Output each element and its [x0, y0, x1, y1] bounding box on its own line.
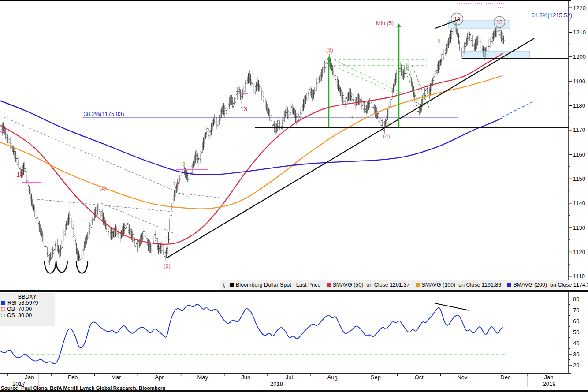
y-axis-tick-label: 1160 — [573, 151, 585, 158]
y-axis-tick-label: 1220 — [573, 5, 586, 11]
demark-9: 9 — [182, 161, 185, 167]
cup-bottom-mark — [45, 262, 56, 273]
os-value-label: OS 30.00 — [7, 312, 32, 318]
y-axis-tick-label: 1210 — [573, 29, 586, 36]
green-dashed-pattern-line — [334, 66, 400, 95]
wave-3: (3) — [326, 46, 333, 53]
x-axis-month-label: May — [197, 374, 208, 381]
demark-13: 13 — [16, 171, 23, 178]
wave-5-min: Min (5) — [376, 20, 394, 26]
y-axis-tick-label: 1180 — [573, 102, 585, 109]
demark-13: 13 — [240, 105, 247, 112]
demark-13-circled: 13 — [454, 16, 460, 22]
legend-item-last-price[interactable]: Bloomberg Dollar Spot - Last Price — [230, 282, 320, 288]
y-axis-tick-label: 1130 — [573, 224, 585, 231]
x-axis-month-label: Dec — [500, 374, 511, 381]
uptrend-line — [167, 38, 534, 258]
rsi-axis-tick-label: 70 — [573, 307, 579, 314]
x-axis-month-label: Aug — [327, 374, 338, 381]
rsi-axis-tick-label: 50 — [573, 329, 579, 336]
rsi-swatch-icon — [1, 301, 5, 305]
x-axis-month-label: Mar — [111, 374, 121, 381]
main-chart-legend: Bloomberg Dollar Spot - Last Price SMAVG… — [220, 280, 569, 290]
ob-legend-item[interactable]: OB 70.00 — [1, 306, 53, 312]
green-dashed-pattern-line — [334, 60, 403, 94]
wave-4: (4) — [383, 133, 390, 139]
y-axis-tick-label: 1170 — [573, 127, 585, 133]
legend-item-smavg50[interactable]: SMAVG (50) on Close 1201.37 — [327, 282, 409, 288]
rsi-legend-box: BBDXY RSI 53.5979 OB 70.00 OS 30.00 — [0, 293, 55, 326]
sma200-dashed-extension — [502, 101, 535, 117]
demark-9: 9 — [386, 122, 389, 127]
fib-618-label: 61.8%(1215.52) — [531, 12, 572, 19]
green-dashed-pattern-line — [412, 66, 429, 108]
rsi-axis-tick-label: 20 — [573, 362, 579, 369]
x-axis-month-label: Jan — [25, 374, 34, 381]
x-axis-month-label: Apr — [155, 374, 164, 381]
sma200-line — [0, 101, 502, 175]
pin-icon — [223, 283, 224, 287]
rsi-legend-item[interactable]: RSI 53.5979 — [1, 300, 53, 306]
rsi-axis-tick-label: 60 — [573, 318, 579, 325]
y-axis-tick-label: 1190 — [573, 78, 585, 85]
cup-bottom-mark — [76, 262, 88, 273]
legend-label: Bloomberg Dollar Spot - Last Price — [236, 282, 320, 288]
wave-2: (2) — [164, 262, 171, 269]
y-axis-tick-label: 1150 — [573, 175, 585, 182]
legend-label: SMAVG (200) on Close 1174.38 — [513, 282, 588, 288]
gray-dashed-trendline — [37, 199, 173, 212]
legend-item-smavg100[interactable]: SMAVG (100) on Close 1191.86 — [416, 282, 501, 288]
x-axis-month-label: Sep — [371, 374, 381, 381]
panel-divider — [0, 290, 588, 292]
rsi-line — [0, 304, 503, 364]
bloomberg-chart-window: 1313131313999999(1)(2)(3)(4)Min (5)61.8%… — [0, 0, 588, 392]
sma100-line — [0, 76, 502, 209]
x-axis-year-label: 2019 — [543, 381, 556, 387]
demark-9: 9 — [438, 38, 440, 44]
y-axis-tick-label: 1200 — [573, 53, 586, 60]
price-chart-canvas[interactable]: 1313131313999999(1)(2)(3)(4)Min (5)61.8%… — [0, 0, 588, 392]
y-axis-tick-label: 1110 — [573, 273, 585, 280]
sma50-line — [0, 53, 502, 244]
demark-9: 9 — [406, 67, 409, 72]
x-axis-month-label: Feb — [68, 374, 78, 381]
y-axis-tick-label: 1140 — [573, 200, 585, 206]
smavg50-swatch-icon — [327, 283, 331, 287]
x-axis-month-label: Jun — [241, 374, 250, 381]
x-axis-month-label: Nov — [457, 374, 468, 381]
last-price-swatch-icon — [230, 283, 234, 287]
rsi-axis-tick-label: 30 — [573, 351, 579, 358]
ob-value-label: OB 70.00 — [7, 306, 32, 312]
oversold-swatch-icon — [1, 314, 5, 317]
demark-13-circled: 13 — [496, 19, 502, 26]
source-attribution: Source: Paul Ciana, BofA Merrill Lynch G… — [1, 385, 166, 391]
x-axis-month-label: Jul — [286, 374, 293, 381]
y-axis-tick-label: 1120 — [573, 249, 585, 255]
smavg100-swatch-icon — [416, 283, 420, 287]
wave-1: (1) — [99, 184, 106, 191]
rsi-value-label: RSI 53.5979 — [7, 300, 38, 306]
legend-item-smavg200[interactable]: SMAVG (200) on Close 1174.38 — [507, 282, 588, 288]
rsi-axis-tick-label: 40 — [573, 340, 579, 347]
fib-382-label: 38.2%(1175.03) — [84, 111, 124, 117]
x-axis-year-label: 2018 — [270, 381, 283, 387]
x-axis-month-label: Oct — [414, 374, 424, 381]
overbought-swatch-icon — [1, 307, 5, 311]
demark-13: 13 — [173, 180, 180, 187]
legend-label: SMAVG (100) on Close 1191.86 — [421, 282, 501, 288]
price-ohlc-bars — [0, 20, 504, 265]
cup-bottom-mark — [56, 261, 67, 273]
x-axis-month-label: Jan — [544, 374, 554, 381]
gray-dashed-trendline — [174, 193, 230, 199]
smavg200-swatch-icon — [507, 283, 511, 287]
demark-9: 9 — [350, 115, 353, 120]
demark-9: 9 — [100, 213, 103, 218]
os-legend-item[interactable]: OS 30.00 — [1, 312, 53, 318]
rsi-ticker-title: BBDXY — [1, 294, 53, 300]
rsi-axis-tick-label: 80 — [573, 296, 579, 302]
legend-label: SMAVG (50) on Close 1201.37 — [332, 282, 409, 288]
breakout-arrow-head — [397, 23, 401, 27]
